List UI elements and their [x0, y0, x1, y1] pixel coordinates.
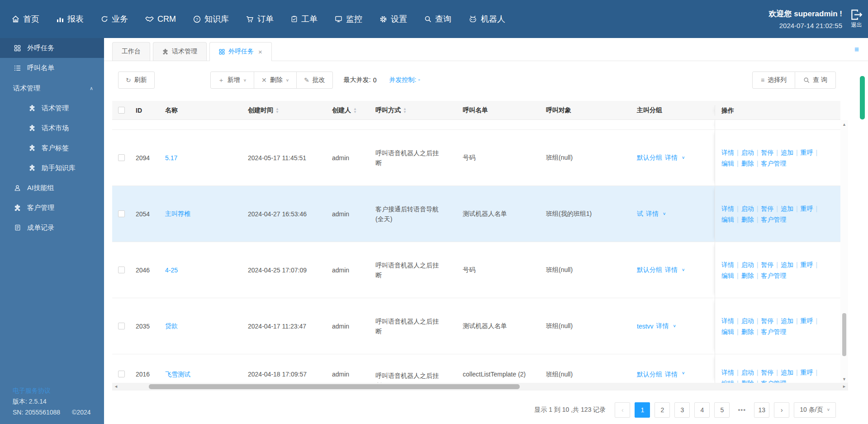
- op-detail[interactable]: 详情: [721, 259, 741, 270]
- prev-page-button[interactable]: ‹: [615, 402, 630, 418]
- next-page-button[interactable]: ›: [774, 402, 789, 418]
- sidebar-item-customer-management[interactable]: 客户管理: [0, 198, 104, 218]
- sidebar-item-call-lists[interactable]: 呼叫名单: [0, 58, 104, 78]
- op-edit[interactable]: 编辑: [721, 158, 741, 169]
- column-header-call-method[interactable]: 呼叫方式▲▼: [370, 106, 457, 114]
- op-customer-management[interactable]: 客户管理: [761, 380, 786, 383]
- sidebar-item-script-management[interactable]: 话术管理: [0, 98, 104, 118]
- op-delete[interactable]: 删除: [741, 270, 761, 281]
- scroll-right-icon[interactable]: ►: [840, 383, 848, 391]
- page-button-1[interactable]: 1: [635, 402, 650, 418]
- tab-workbench[interactable]: 工作台: [112, 42, 150, 61]
- nav-item-business[interactable]: 业务: [101, 14, 128, 24]
- batch-edit-button[interactable]: ✎ 批改: [296, 71, 333, 89]
- group-detail-link[interactable]: 详情: [656, 322, 669, 330]
- sidebar-item-deal-records[interactable]: 成单记录: [0, 218, 104, 238]
- sidebar-item-customer-tags[interactable]: 客户标签: [0, 138, 104, 158]
- page-button-13[interactable]: 13: [754, 402, 769, 418]
- op-pause[interactable]: 暂停: [761, 147, 781, 158]
- vertical-scroll-thumb[interactable]: [842, 313, 846, 356]
- sort-icon[interactable]: ▲▼: [403, 107, 407, 114]
- op-delete[interactable]: 删除: [741, 326, 761, 337]
- op-detail[interactable]: 详情: [721, 315, 741, 326]
- op-detail[interactable]: 详情: [721, 203, 741, 214]
- add-button[interactable]: ＋ 新增 ∨: [210, 71, 254, 89]
- task-name-link[interactable]: 5.17: [165, 154, 177, 162]
- op-edit[interactable]: 编辑: [721, 270, 741, 281]
- horizontal-scroll-track[interactable]: [120, 383, 840, 391]
- sidebar-item-ai-skill-group[interactable]: AI技能组: [0, 178, 104, 198]
- op-customer-management[interactable]: 客户管理: [761, 326, 786, 337]
- caller-group-link[interactable]: 默认分组: [637, 154, 662, 162]
- row-checkbox[interactable]: [118, 267, 125, 273]
- op-recall[interactable]: 重呼: [801, 147, 821, 158]
- tab-script-management[interactable]: 话术管理: [153, 42, 207, 61]
- op-customer-management[interactable]: 客户管理: [761, 158, 786, 169]
- delete-button[interactable]: ✕ 删除 ∨: [254, 71, 297, 89]
- op-pause[interactable]: 暂停: [761, 369, 781, 376]
- nav-item-robot[interactable]: 机器人: [469, 14, 505, 24]
- op-recall[interactable]: 重呼: [801, 369, 821, 376]
- row-checkbox[interactable]: [118, 323, 125, 329]
- nav-item-knowledge[interactable]: ? 知识库: [193, 14, 229, 24]
- group-detail-link[interactable]: 详情: [665, 266, 678, 274]
- task-name-link[interactable]: 贷款: [165, 322, 178, 330]
- op-edit[interactable]: 编辑: [721, 380, 741, 383]
- op-detail[interactable]: 详情: [721, 369, 741, 376]
- nav-item-reports[interactable]: 报表: [57, 14, 84, 24]
- column-header-created[interactable]: 创建时间▲▼: [242, 106, 327, 114]
- group-detail-link[interactable]: 详情: [646, 210, 659, 218]
- caller-group-link[interactable]: 默认分组: [637, 371, 662, 379]
- page-button-4[interactable]: 4: [694, 402, 710, 418]
- refresh-button[interactable]: ↻ 刷新: [118, 71, 155, 89]
- caller-group-link[interactable]: 默认分组: [637, 266, 662, 274]
- nav-item-home[interactable]: 首页: [12, 14, 39, 24]
- nav-item-settings[interactable]: 设置: [379, 14, 407, 24]
- op-pause[interactable]: 暂停: [761, 259, 781, 270]
- concurrency-control-link[interactable]: 并发控制: -: [389, 76, 420, 84]
- sort-icon[interactable]: ▲▼: [353, 107, 357, 114]
- task-name-link[interactable]: 飞雪测试: [165, 371, 190, 379]
- op-append[interactable]: 追加: [781, 315, 801, 326]
- row-checkbox[interactable]: [118, 210, 125, 217]
- sidebar-item-script-market[interactable]: 话术市场: [0, 118, 104, 138]
- column-header-creator[interactable]: 创建人▲▼: [327, 106, 370, 114]
- sidebar-item-assistant-knowledge[interactable]: 助手知识库: [0, 158, 104, 178]
- sort-icon[interactable]: ▲▼: [275, 107, 279, 114]
- group-detail-link[interactable]: 详情: [665, 154, 678, 162]
- op-start[interactable]: 启动: [741, 147, 761, 158]
- nav-item-crm[interactable]: CRM: [145, 14, 176, 24]
- nav-item-monitor[interactable]: 监控: [335, 14, 362, 24]
- search-button[interactable]: 查 询: [795, 71, 836, 89]
- scroll-up-icon[interactable]: ▲: [840, 121, 848, 128]
- page-button-2[interactable]: 2: [655, 402, 670, 418]
- op-detail[interactable]: 详情: [721, 147, 741, 158]
- group-detail-link[interactable]: 详情: [665, 371, 678, 379]
- row-checkbox[interactable]: [118, 371, 125, 377]
- op-delete[interactable]: 删除: [741, 158, 761, 169]
- select-columns-button[interactable]: ≡ 选择列: [752, 71, 795, 89]
- logout-button[interactable]: 退出: [850, 9, 863, 29]
- task-name-link[interactable]: 4-25: [165, 267, 178, 274]
- op-start[interactable]: 启动: [741, 259, 761, 270]
- caller-group-link[interactable]: testvv: [637, 323, 654, 330]
- tab-list-icon[interactable]: ≡: [854, 45, 859, 54]
- op-append[interactable]: 追加: [781, 203, 801, 214]
- nav-item-tickets[interactable]: 工单: [291, 14, 318, 24]
- select-all-checkbox[interactable]: [118, 107, 125, 114]
- op-customer-management[interactable]: 客户管理: [761, 270, 786, 281]
- op-append[interactable]: 追加: [781, 147, 801, 158]
- scroll-left-icon[interactable]: ◄: [112, 383, 120, 391]
- horizontal-scroll-thumb[interactable]: [149, 384, 520, 389]
- op-edit[interactable]: 编辑: [721, 214, 741, 225]
- more-pages-button[interactable]: •••: [734, 402, 749, 418]
- scroll-down-icon[interactable]: ▼: [840, 376, 848, 383]
- op-append[interactable]: 追加: [781, 259, 801, 270]
- op-delete[interactable]: 删除: [741, 214, 761, 225]
- op-start[interactable]: 启动: [741, 203, 761, 214]
- op-recall[interactable]: 重呼: [801, 203, 821, 214]
- op-edit[interactable]: 编辑: [721, 326, 741, 337]
- caller-group-link[interactable]: 试: [637, 210, 643, 218]
- op-pause[interactable]: 暂停: [761, 315, 781, 326]
- tab-outbound-tasks[interactable]: 外呼任务 ×: [209, 42, 272, 61]
